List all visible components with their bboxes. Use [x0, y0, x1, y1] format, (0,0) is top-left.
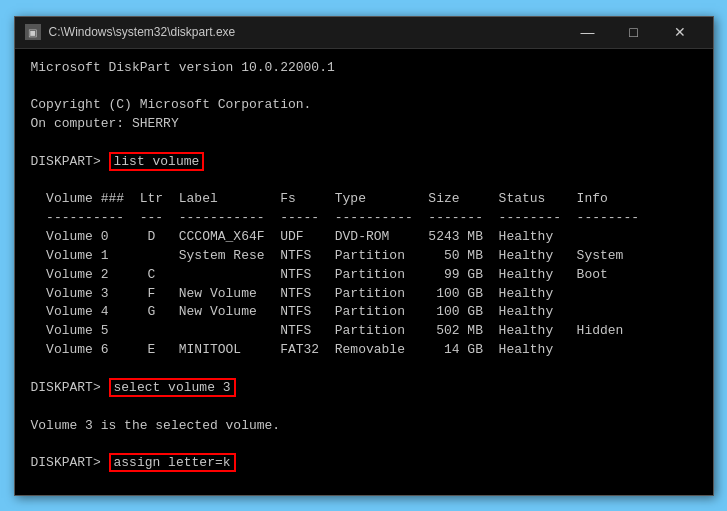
blank6 — [31, 435, 697, 454]
computer-line: On computer: SHERRY — [31, 115, 697, 134]
blank7 — [31, 473, 697, 492]
cmd2: select volume 3 — [109, 378, 236, 397]
copyright-line: Copyright (C) Microsoft Corporation. — [31, 96, 697, 115]
vol0-line: Volume 0 D CCCOMA_X64F UDF DVD-ROM 5243 … — [31, 228, 697, 247]
blank2 — [31, 134, 697, 153]
version-line: Microsoft DiskPart version 10.0.22000.1 — [31, 59, 697, 78]
vol3-line: Volume 3 F New Volume NTFS Partition 100… — [31, 285, 697, 304]
vol2-line: Volume 2 C NTFS Partition 99 GB Healthy … — [31, 266, 697, 285]
blank3 — [31, 172, 697, 191]
vol6-line: Volume 6 E MINITOOL FAT32 Removable 14 G… — [31, 341, 697, 360]
terminal-window: ▣ C:\Windows\system32\diskpart.exe — □ ✕… — [14, 16, 714, 496]
prompt1: DISKPART> — [31, 154, 109, 169]
prompt2: DISKPART> — [31, 380, 109, 395]
maximize-button[interactable]: □ — [611, 16, 657, 48]
close-button[interactable]: ✕ — [657, 16, 703, 48]
vol1-line: Volume 1 System Rese NTFS Partition 50 M… — [31, 247, 697, 266]
assign-line: DiskPart successfully assigned the drive… — [31, 492, 697, 495]
cmd3: assign letter=k — [109, 453, 236, 472]
prompt1-line: DISKPART> list volume — [31, 153, 697, 172]
titlebar: ▣ C:\Windows\system32\diskpart.exe — □ ✕ — [15, 17, 713, 49]
window-controls: — □ ✕ — [565, 16, 703, 48]
window-title: C:\Windows\system32\diskpart.exe — [49, 25, 565, 39]
prompt3: DISKPART> — [31, 455, 109, 470]
app-icon: ▣ — [25, 24, 41, 40]
prompt3-line: DISKPART> assign letter=k — [31, 454, 697, 473]
blank4 — [31, 360, 697, 379]
blank5 — [31, 398, 697, 417]
selected-line: Volume 3 is the selected volume. — [31, 417, 697, 436]
blank1 — [31, 77, 697, 96]
prompt2-line: DISKPART> select volume 3 — [31, 379, 697, 398]
vol5-line: Volume 5 NTFS Partition 502 MB Healthy H… — [31, 322, 697, 341]
col-divider: ---------- --- ----------- ----- -------… — [31, 209, 697, 228]
minimize-button[interactable]: — — [565, 16, 611, 48]
terminal-body[interactable]: Microsoft DiskPart version 10.0.22000.1 … — [15, 49, 713, 495]
col-header: Volume ### Ltr Label Fs Type Size Status… — [31, 190, 697, 209]
vol4-line: Volume 4 G New Volume NTFS Partition 100… — [31, 303, 697, 322]
cmd1: list volume — [109, 152, 205, 171]
